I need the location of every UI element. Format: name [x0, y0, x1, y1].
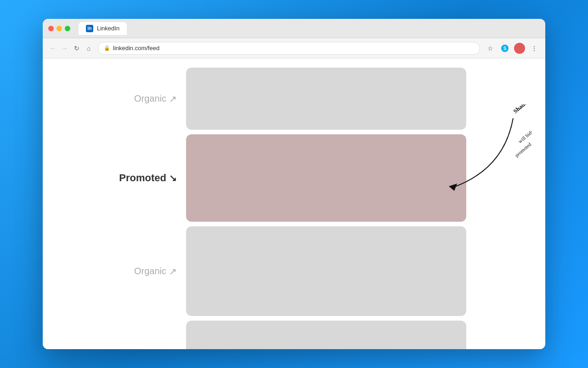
forward-button[interactable]: →: [60, 44, 69, 53]
nav-buttons: ← → ↻ ⌂: [48, 44, 93, 53]
organic-label-1: Organic ↗: [122, 93, 177, 104]
linkedin-favicon: in: [86, 25, 93, 32]
feed-container: Organic ↗ Promoted ↘ Organic ↗: [43, 63, 545, 349]
organic-card-3[interactable]: [186, 321, 466, 349]
browser-window: in LinkedIn ← → ↻ ⌂ 🔒 linkedin.com/feed …: [43, 19, 545, 349]
feed-item-organic-1: Organic ↗: [122, 68, 466, 130]
svg-text:S: S: [503, 46, 507, 51]
promoted-arrow: ↘: [169, 172, 177, 184]
organic-label-text-1: Organic: [134, 93, 166, 104]
promoted-label-text: Promoted: [119, 172, 166, 184]
organic-label-text-2: Organic: [134, 266, 166, 276]
toolbar-right: ☆ S ⋮: [485, 43, 540, 54]
feed-item-organic-2: Organic ↗: [122, 226, 466, 316]
feed-item-promoted: Promoted ↘: [122, 134, 466, 222]
bookmark-icon[interactable]: ☆: [485, 43, 496, 54]
tab-label: LinkedIn: [97, 25, 119, 32]
title-bar: in LinkedIn: [43, 19, 545, 38]
url-text: linkedin.com/feed: [113, 45, 159, 52]
linkedin-tab[interactable]: in LinkedIn: [79, 22, 127, 35]
feed-item-organic-3: [122, 321, 466, 349]
reload-button[interactable]: ↻: [72, 44, 81, 53]
home-button[interactable]: ⌂: [84, 44, 93, 53]
organic-card-1[interactable]: [186, 68, 466, 130]
back-button[interactable]: ←: [48, 44, 57, 53]
skype-icon[interactable]: S: [499, 43, 510, 54]
minimize-button[interactable]: [57, 26, 62, 31]
promoted-card[interactable]: [186, 134, 466, 222]
tab-bar: in LinkedIn: [79, 22, 540, 35]
url-bar[interactable]: 🔒 linkedin.com/feed: [98, 42, 480, 55]
organic-label-2: Organic ↗: [122, 266, 177, 277]
close-button[interactable]: [48, 26, 54, 31]
organic-card-2[interactable]: [186, 226, 466, 316]
user-avatar[interactable]: [514, 43, 525, 54]
promoted-label: Promoted ↘: [122, 172, 177, 184]
organic-arrow-2: ↗: [169, 266, 177, 277]
address-bar: ← → ↻ ⌂ 🔒 linkedin.com/feed ☆ S ⋮: [43, 38, 545, 58]
menu-icon[interactable]: ⋮: [529, 43, 540, 54]
lock-icon: 🔒: [104, 45, 110, 51]
organic-arrow-1: ↗: [169, 93, 177, 104]
traffic-lights: [48, 26, 70, 31]
page-content: Organic ↗ Promoted ↘ Organic ↗: [43, 58, 545, 349]
maximize-button[interactable]: [65, 26, 70, 31]
